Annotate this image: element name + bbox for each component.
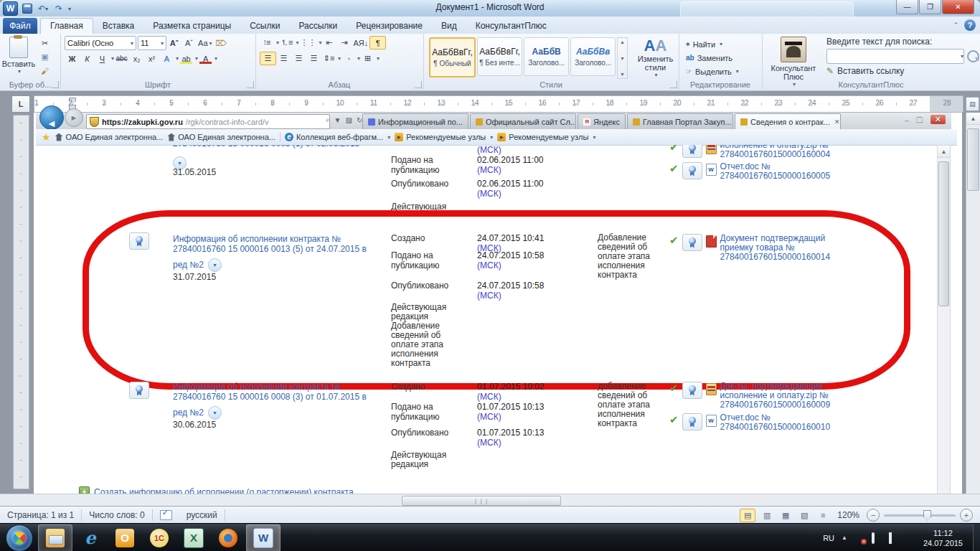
align-center-icon[interactable]: ☰ [276, 52, 291, 65]
font-size-select[interactable]: 11▾ [138, 36, 166, 50]
text-effects-button[interactable]: А [159, 52, 174, 65]
volume-icon[interactable] [906, 534, 916, 542]
draft-view-icon[interactable]: ≡ [816, 509, 830, 522]
select-button[interactable]: ☞Выделить▾ [686, 65, 762, 78]
strikethrough-button[interactable]: abc [114, 52, 129, 65]
word-scroll-up-icon[interactable]: ▲ [966, 113, 980, 125]
underline-button[interactable]: Ч [95, 52, 110, 65]
paste-button[interactable]: Вставить▾ [0, 34, 37, 77]
word-scroll-thumb[interactable] [967, 128, 979, 191]
tab-stop-selector[interactable]: L [11, 95, 30, 113]
vertical-ruler[interactable] [13, 115, 29, 489]
start-button[interactable] [6, 524, 33, 551]
font-name-select[interactable]: Calibri (Осно▾ [65, 36, 136, 50]
change-case-button[interactable]: Аа▾ [197, 37, 214, 50]
search-magnifier-icon[interactable] [967, 50, 979, 62]
font-color-button[interactable]: А [198, 52, 213, 65]
web-layout-view-icon[interactable]: ▦ [778, 509, 793, 522]
bold-button[interactable]: Ж [65, 52, 80, 65]
tab-consultantplus[interactable]: КонсультантПлюс [466, 18, 556, 34]
shading-icon[interactable]: ◔ [341, 52, 356, 65]
format-painter-icon[interactable]: 🖌 [37, 65, 52, 77]
taskbar-excel-button[interactable]: X [177, 525, 210, 551]
collapse-ribbon-icon[interactable]: ⌃ [953, 22, 958, 29]
restore-button[interactable]: ❐ [919, 0, 941, 14]
paragraph-dialog-launcher-icon[interactable] [415, 81, 422, 88]
word-vertical-scrollbar[interactable]: ▤ ▲ [966, 113, 980, 494]
taskbar-word-button[interactable]: W [246, 524, 281, 551]
zoom-level[interactable]: 120% [837, 510, 859, 520]
zoom-slider-thumb[interactable] [923, 510, 931, 522]
taskbar-outlook-button[interactable]: O [108, 525, 141, 551]
clear-formatting-icon[interactable]: ⌦ [214, 37, 229, 50]
bullets-icon[interactable]: ⁝≡ [260, 37, 275, 49]
borders-icon[interactable]: ⊞ [360, 52, 375, 65]
align-right-icon[interactable]: ☰ [291, 52, 306, 65]
grow-font-button[interactable]: Аˆ [166, 37, 182, 50]
show-paragraph-marks-button[interactable]: ¶ [369, 36, 386, 50]
action-center-flag-icon[interactable]: ✕ [854, 534, 864, 542]
subscript-button[interactable]: x₂ [129, 52, 144, 65]
tab-home[interactable]: Главная [40, 18, 93, 34]
help-icon[interactable]: ? [964, 19, 976, 31]
justify-icon[interactable]: ☰ [306, 52, 321, 65]
zoom-in-button[interactable]: + [960, 509, 973, 522]
superscript-button[interactable]: x² [144, 52, 159, 65]
insert-link-button[interactable]: ✎Вставить ссылку [826, 66, 979, 76]
shrink-font-button[interactable]: Аˇ [182, 37, 197, 50]
tab-insert[interactable]: Вставка [93, 18, 144, 34]
styles-gallery-scroll[interactable]: ▲▼▼ [617, 37, 628, 79]
copy-icon[interactable]: ▣ [37, 51, 52, 63]
show-desktop-button[interactable] [973, 524, 980, 551]
multilevel-list-icon[interactable]: ⋮⋮ [298, 37, 317, 49]
align-left-icon[interactable]: ☰ [260, 52, 276, 65]
style-heading2[interactable]: АаБбВвЗаголово... [570, 37, 616, 76]
network-icon[interactable] [889, 534, 899, 542]
tray-expand-icon[interactable]: ▲ [842, 534, 847, 541]
language-switcher[interactable]: RU [823, 534, 834, 542]
font-dialog-launcher-icon[interactable] [247, 81, 254, 88]
decrease-indent-icon[interactable]: ⇤ [321, 37, 336, 49]
tab-references[interactable]: Ссылки [240, 18, 289, 34]
minimize-button[interactable]: — [896, 0, 918, 14]
search-input[interactable]: ▾ [826, 49, 964, 64]
spellcheck-icon[interactable] [160, 510, 172, 520]
style-heading1[interactable]: АаБбВЗаголово... [524, 37, 569, 76]
taskbar-ie-button[interactable]: e [74, 525, 107, 551]
page-count[interactable]: Страница: 1 из 1 [0, 507, 81, 524]
clipboard-dialog-launcher-icon[interactable] [52, 81, 59, 88]
sort-button[interactable]: АЯ↓ [352, 37, 369, 49]
fullscreen-reading-view-icon[interactable]: ▥ [760, 509, 774, 522]
style-no-spacing[interactable]: АаБбВвГг,¶ Без инте... [477, 37, 522, 76]
taskbar-explorer-button[interactable] [38, 524, 72, 551]
view-ruler-toggle-icon[interactable]: ▤ [966, 97, 979, 111]
zoom-slider[interactable] [884, 514, 956, 517]
increase-indent-icon[interactable]: ⇥ [336, 37, 352, 49]
close-button[interactable]: ✕ [942, 0, 974, 14]
power-plug-icon[interactable] [872, 534, 882, 542]
cut-button[interactable]: ✂ [37, 37, 52, 50]
taskbar-1c-button[interactable]: 1С [143, 525, 176, 551]
taskbar-firefox-button[interactable] [212, 525, 245, 551]
horizontal-ruler[interactable]: 1234567891011121314151617181920212223242… [34, 95, 963, 113]
tab-page-layout[interactable]: Разметка страницы [143, 18, 240, 34]
word-horizontal-scrollbar[interactable]: ❘❘❘ [0, 494, 980, 507]
clock[interactable]: 11:1224.07.2015 [923, 528, 963, 548]
change-styles-button[interactable]: АА Изменить стили▾ [632, 37, 679, 79]
tab-mailings[interactable]: Рассылки [289, 18, 347, 34]
tab-review[interactable]: Рецензирование [347, 18, 432, 34]
print-layout-view-icon[interactable]: ▤ [740, 509, 755, 522]
numbering-icon[interactable]: ⒈≡ [279, 37, 294, 49]
style-normal[interactable]: АаБбВвГг,¶ Обычный [429, 37, 476, 77]
styles-dialog-launcher-icon[interactable] [670, 81, 677, 88]
file-tab[interactable]: Файл [3, 18, 37, 34]
zoom-out-button[interactable]: − [867, 509, 880, 522]
find-button[interactable]: ⌖Найти▾ [686, 37, 762, 51]
outline-view-icon[interactable]: ▧ [797, 509, 811, 522]
replace-button[interactable]: abЗаменить [686, 51, 762, 65]
word-count[interactable]: Число слов: 0 [82, 507, 151, 524]
highlight-color-button[interactable]: ab [179, 52, 194, 65]
language-indicator[interactable]: русский [179, 507, 225, 524]
italic-button[interactable]: К [80, 52, 95, 65]
tab-view[interactable]: Вид [432, 18, 466, 34]
